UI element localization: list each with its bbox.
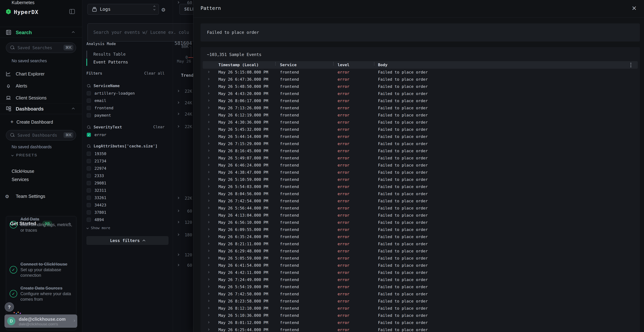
pattern-row[interactable]: 60 [173, 208, 194, 214]
filter-checkbox-item[interactable]: ✓ error [85, 131, 164, 138]
event-row[interactable]: May 26 4:43:20.000 PM frontend error Fai… [203, 90, 638, 97]
sidebar-collapse-icon[interactable] [70, 9, 75, 14]
clear-severity-button[interactable]: Clear [153, 125, 164, 129]
event-row[interactable]: May 26 4:30:36.000 PM frontend error Fai… [203, 119, 638, 126]
event-row[interactable]: May 26 8:23:58.000 PM frontend error Fai… [203, 298, 638, 305]
filter-checkbox-item[interactable]: 34423 [85, 202, 164, 209]
source-select[interactable]: Logs [88, 4, 159, 15]
search-icon[interactable] [87, 144, 91, 148]
event-row[interactable]: May 26 8:06:17.000 PM frontend error Fai… [203, 97, 638, 104]
column-resize-handle[interactable]: ⋮ [332, 62, 333, 68]
checkbox[interactable] [87, 196, 91, 200]
filter-checkbox-item[interactable]: 32311 [85, 187, 164, 194]
user-menu[interactable]: D dale@clickhouse.com dale@clickhouse.co… [4, 314, 77, 328]
sidebar-item-team-settings[interactable]: ⚙ Team Settings [0, 193, 82, 201]
sidebar-item-chart-explorer[interactable]: Chart Explorer [0, 70, 82, 80]
checkbox[interactable] [87, 106, 91, 110]
get-started-item[interactable]: ✓ Add Data Start sending logs, metrics, … [10, 216, 72, 233]
close-icon[interactable]: ✕ [630, 5, 638, 12]
event-row[interactable]: May 26 5:49:07.000 PM frontend error Fai… [203, 154, 638, 162]
event-row[interactable]: May 26 6:29:48.000 PM frontend error Fai… [203, 248, 638, 255]
event-row[interactable]: May 26 5:54:03.000 PM frontend error Fai… [203, 183, 638, 190]
event-row[interactable]: May 26 5:44:14.000 PM frontend error Fai… [203, 133, 638, 140]
filter-checkbox-item[interactable]: 22974 [85, 165, 164, 172]
event-row[interactable]: May 26 5:10:36.000 PM frontend error Fai… [203, 312, 638, 319]
sidebar-item-client-sessions[interactable]: Client Sessions [0, 94, 82, 104]
column-body[interactable]: Body [378, 62, 388, 67]
pattern-row[interactable]: 60 [173, 0, 194, 6]
event-row[interactable]: May 26 6:46:24.000 PM frontend error Fai… [203, 162, 638, 169]
source-settings-gear-icon[interactable]: ⚙ [162, 6, 165, 13]
checkbox[interactable] [87, 159, 91, 163]
mode-results-table[interactable]: Results Table [86, 50, 162, 58]
sidebar-section-dashboards[interactable]: Dashboards [0, 103, 82, 114]
checkbox-checked[interactable]: ✓ [87, 133, 91, 137]
sidebar-item-alerts[interactable]: Alerts [0, 82, 82, 92]
pattern-row[interactable]: 120 [173, 220, 194, 226]
pattern-row[interactable]: 22K [173, 196, 194, 201]
checkbox[interactable] [87, 166, 91, 170]
search-icon[interactable] [87, 84, 91, 88]
checkbox[interactable] [87, 218, 91, 222]
checkbox[interactable] [87, 210, 91, 214]
event-row[interactable]: May 26 7:13:26.000 PM frontend error Fai… [203, 104, 638, 112]
get-started-item[interactable]: ✓ Connect to ClickHouse Set up your data… [10, 261, 72, 278]
checkbox[interactable] [87, 91, 91, 95]
filter-checkbox-item[interactable]: 2333 [85, 172, 164, 180]
event-row[interactable]: May 26 8:12:10.000 PM frontend error Fai… [203, 305, 638, 312]
sidebar-section-search[interactable]: Search [0, 27, 82, 38]
event-row[interactable]: May 26 6:56:10.000 PM frontend error Fai… [203, 219, 638, 226]
filter-checkbox-item[interactable]: email [85, 97, 164, 104]
checkbox[interactable] [87, 203, 91, 207]
event-row[interactable]: May 26 5:05:59.000 PM frontend error Fai… [203, 255, 638, 262]
event-row[interactable]: May 26 5:48:50.000 PM frontend error Fai… [203, 83, 638, 90]
event-row[interactable]: May 26 7:24:49.000 PM frontend error Fai… [203, 276, 638, 283]
event-row[interactable]: May 26 5:15:08.000 PM frontend error Fai… [203, 69, 638, 76]
help-button[interactable]: ? [5, 302, 14, 312]
filter-checkbox-item[interactable]: 29081 [85, 180, 164, 187]
event-row[interactable]: May 26 8:04:56.000 PM frontend error Fai… [203, 190, 638, 198]
filter-checkbox-item[interactable]: artillery-loadgen [85, 90, 164, 97]
event-row[interactable]: May 26 4:38:47.000 PM frontend error Fai… [203, 169, 638, 176]
preset-dashboard-link[interactable]: ClickHouse [12, 169, 34, 175]
event-row[interactable]: May 26 6:47:36.000 PM frontend error Fai… [203, 76, 638, 83]
checkbox[interactable] [87, 174, 91, 178]
table-options-kebab-icon[interactable] [630, 63, 631, 67]
pattern-row[interactable]: 180 [173, 232, 194, 238]
pattern-row[interactable]: 24K [173, 100, 194, 106]
checkbox[interactable] [87, 98, 91, 103]
preset-dashboard-link[interactable]: Services [12, 177, 29, 183]
event-row[interactable]: May 26 7:15:29.000 PM frontend error Fai… [203, 140, 638, 148]
less-filters-button[interactable]: Less filters [86, 236, 168, 245]
presets-toggle[interactable]: PRESETS [12, 152, 38, 158]
checkbox[interactable] [87, 113, 91, 117]
search-icon[interactable] [87, 126, 91, 130]
mode-event-patterns[interactable]: Event Patterns [86, 58, 162, 66]
column-resize-handle[interactable]: ⋮ [274, 62, 275, 68]
show-more-toggle[interactable]: Show more [87, 225, 110, 230]
filter-checkbox-item[interactable]: payment [85, 112, 164, 119]
column-service[interactable]: Service [280, 62, 296, 67]
column-resize-handle[interactable]: ⋮ [372, 62, 374, 68]
event-row[interactable]: May 26 6:12:19.000 PM frontend error Fai… [203, 112, 638, 119]
filter-checkbox-item[interactable]: frontend [85, 104, 164, 112]
event-row[interactable]: May 26 6:41:54.000 PM frontend error Fai… [203, 262, 638, 269]
pattern-row[interactable]: 60 [173, 262, 194, 268]
event-row[interactable]: May 26 5:45:32.000 PM frontend error Fai… [203, 126, 638, 133]
checkbox[interactable] [87, 181, 91, 185]
create-dashboard-button[interactable]: + Create Dashboard [0, 118, 82, 126]
filter-checkbox-item[interactable]: 4894 [85, 216, 164, 224]
checkbox[interactable] [87, 152, 91, 156]
event-row[interactable]: May 26 4:42:11.000 PM frontend error Fai… [203, 269, 638, 276]
event-row[interactable]: May 26 6:25:44.000 PM frontend error Fai… [203, 326, 638, 332]
event-row[interactable]: May 26 5:10:59.000 PM frontend error Fai… [203, 176, 638, 183]
pattern-row[interactable]: 22K [173, 88, 194, 94]
pattern-row[interactable]: 24K [173, 112, 194, 117]
event-row[interactable]: May 26 7:42:50.000 PM frontend error Fai… [203, 290, 638, 298]
event-row[interactable]: May 26 8:21:11.000 PM frontend error Fai… [203, 240, 638, 248]
column-timestamp[interactable]: Timestamp (Local) [218, 62, 259, 67]
checkbox[interactable] [87, 188, 91, 192]
filter-checkbox-item[interactable]: 37801 [85, 209, 164, 216]
event-row[interactable]: May 26 8:16:45.000 PM frontend error Fai… [203, 148, 638, 154]
saved-dashboards-input[interactable]: Saved Dashboards ⌘K [6, 130, 76, 140]
